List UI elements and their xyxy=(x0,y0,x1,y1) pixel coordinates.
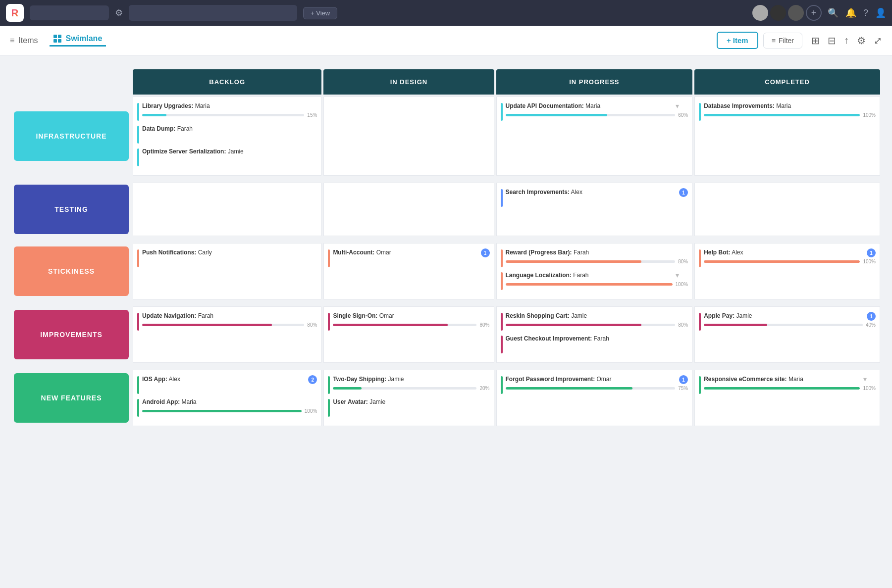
card-title: Help Bot: Alex xyxy=(704,248,876,257)
cell-stickiness-completed: Help Bot: Alex100%1 xyxy=(694,243,880,299)
cell-stickiness-backlog: Push Notifications: Carly xyxy=(133,243,321,299)
task-card[interactable]: Two-Day Shipping: Jamie20% xyxy=(328,375,489,394)
card-color-bar xyxy=(501,313,503,331)
progress-fill xyxy=(506,283,673,286)
card-title: Guest Checkout Improvement: Farah xyxy=(506,335,688,343)
cell-infrastructure-completed: Database Improvements: Maria100% xyxy=(694,97,880,176)
task-card[interactable]: Database Improvements: Maria100% xyxy=(699,102,876,121)
task-card[interactable]: Help Bot: Alex100%1 xyxy=(699,248,876,267)
fullscreen-icon[interactable]: ⤢ xyxy=(874,35,882,47)
progress-fill xyxy=(704,324,767,326)
avatar[interactable] xyxy=(788,5,804,21)
progress-fill xyxy=(333,324,448,326)
swimlane-view-button[interactable]: Swimlane xyxy=(50,34,106,47)
progress-percent: 80% xyxy=(678,322,688,328)
task-card[interactable]: Optimize Server Serialization: Jamie xyxy=(137,147,317,166)
user-icon[interactable]: 👤 xyxy=(875,7,886,18)
row-label-cell: IMPROVEMENTS xyxy=(12,306,131,363)
cell-improvements-backlog: Update Navigation: Farah80% xyxy=(133,306,321,363)
row-label: INFRASTRUCTURE xyxy=(14,111,129,161)
add-avatar-button[interactable]: + xyxy=(806,5,822,21)
main-search-input[interactable] xyxy=(129,5,297,21)
progress-fill xyxy=(704,260,860,263)
card-color-bar xyxy=(699,376,701,394)
card-dropdown-icon[interactable]: ▾ xyxy=(676,271,679,279)
workspace-selector[interactable] xyxy=(30,5,109,20)
progress-percent: 40% xyxy=(866,322,876,328)
progress-bar: 100% xyxy=(704,259,876,264)
progress-percent: 80% xyxy=(307,322,317,328)
row-gap xyxy=(12,301,880,304)
task-card[interactable]: Push Notifications: Carly xyxy=(137,248,317,267)
toolbar: ≡ Items Swimlane + Item ≡ Filter ⊞ ⊟ ↑ ⚙… xyxy=(0,26,892,55)
logo-letter: R xyxy=(11,7,18,19)
progress-bar: 80% xyxy=(506,259,688,264)
view-button[interactable]: + View xyxy=(303,7,337,19)
filter-icon: ≡ xyxy=(772,37,776,45)
card-dropdown-icon[interactable]: ▾ xyxy=(863,375,867,383)
app-logo[interactable]: R xyxy=(6,4,24,22)
avatar[interactable] xyxy=(770,5,786,21)
row-gap xyxy=(12,178,880,181)
task-card[interactable]: IOS App: Alex2 xyxy=(137,375,317,394)
cell-newfeatures-completed: Responsive eCommerce site: Maria100%▾ xyxy=(694,370,880,426)
progress-fill xyxy=(142,114,166,116)
task-card[interactable]: User Avatar: Jamie xyxy=(328,398,489,417)
task-card[interactable]: Reskin Shopping Cart: Jamie80% xyxy=(501,312,688,331)
card-color-bar xyxy=(501,189,503,207)
row-label-cell: NEW FEATURES xyxy=(12,370,131,426)
task-card[interactable]: Language Localization: Farah100%▾ xyxy=(501,271,688,290)
task-card[interactable]: Data Dump: Farah xyxy=(137,125,317,144)
task-card[interactable]: Guest Checkout Improvement: Farah xyxy=(501,335,688,353)
bell-icon[interactable]: 🔔 xyxy=(845,7,856,18)
add-item-button[interactable]: + Item xyxy=(717,32,758,49)
card-color-bar xyxy=(501,376,503,394)
gear-icon[interactable]: ⚙ xyxy=(115,7,123,18)
help-icon[interactable]: ? xyxy=(863,8,868,18)
task-card[interactable]: Update Navigation: Farah80% xyxy=(137,312,317,331)
progress-bar: 80% xyxy=(142,322,317,328)
items-label: Items xyxy=(18,36,38,45)
task-card[interactable]: Forgot Password Improvement: Omar75%1 xyxy=(501,375,688,394)
card-title: Single Sign-On: Omar xyxy=(333,312,489,320)
list-icon: ≡ xyxy=(10,36,14,45)
card-color-bar xyxy=(137,126,139,144)
progress-bar: 80% xyxy=(333,322,489,328)
settings-icon[interactable]: ⚙ xyxy=(857,35,866,47)
task-card[interactable]: Android App: Maria100% xyxy=(137,398,317,417)
avatar[interactable] xyxy=(752,5,768,21)
task-card[interactable]: Apple Pay: Jamie40%1 xyxy=(699,312,876,331)
progress-fill xyxy=(704,114,860,116)
row-label: NEW FEATURES xyxy=(14,373,129,423)
cell-infrastructure-indesign xyxy=(323,97,494,176)
card-color-bar xyxy=(328,399,330,417)
columns-icon[interactable]: ⊟ xyxy=(828,35,836,47)
card-title: Update Navigation: Farah xyxy=(142,312,317,320)
card-title: Library Upgrades: Maria xyxy=(142,102,317,110)
card-title: Database Improvements: Maria xyxy=(704,102,876,110)
task-card[interactable]: Responsive eCommerce site: Maria100%▾ xyxy=(699,375,876,394)
export-icon[interactable]: ↑ xyxy=(844,35,849,46)
task-card[interactable]: Single Sign-On: Omar80% xyxy=(328,312,489,331)
cell-testing-backlog xyxy=(133,183,321,236)
task-card[interactable]: Update API Documentation: Maria60%▾ xyxy=(501,102,688,121)
task-card[interactable]: Library Upgrades: Maria15% xyxy=(137,102,317,121)
filter-button[interactable]: ≡ Filter xyxy=(763,33,802,49)
progress-fill xyxy=(506,387,633,390)
table-icon[interactable]: ⊞ xyxy=(811,35,820,47)
cell-improvements-indesign: Single Sign-On: Omar80% xyxy=(323,306,494,363)
card-color-bar xyxy=(137,313,139,331)
card-color-bar xyxy=(328,376,330,394)
card-title: Two-Day Shipping: Jamie xyxy=(333,375,489,384)
task-card[interactable]: Search Improvements: Alex1 xyxy=(501,188,688,207)
items-view-button[interactable]: ≡ Items xyxy=(10,36,50,45)
task-card[interactable]: Multi-Account: Omar1 xyxy=(328,248,489,267)
card-title: Apple Pay: Jamie xyxy=(704,312,876,320)
task-card[interactable]: Reward (Progress Bar): Farah80% xyxy=(501,248,688,267)
card-dropdown-icon[interactable]: ▾ xyxy=(676,102,679,110)
card-title: Reward (Progress Bar): Farah xyxy=(506,248,688,257)
progress-fill xyxy=(506,260,641,263)
search-icon[interactable]: 🔍 xyxy=(828,7,839,18)
card-color-bar xyxy=(137,399,139,417)
swimlane-row: TESTINGSearch Improvements: Alex1 xyxy=(12,183,880,236)
